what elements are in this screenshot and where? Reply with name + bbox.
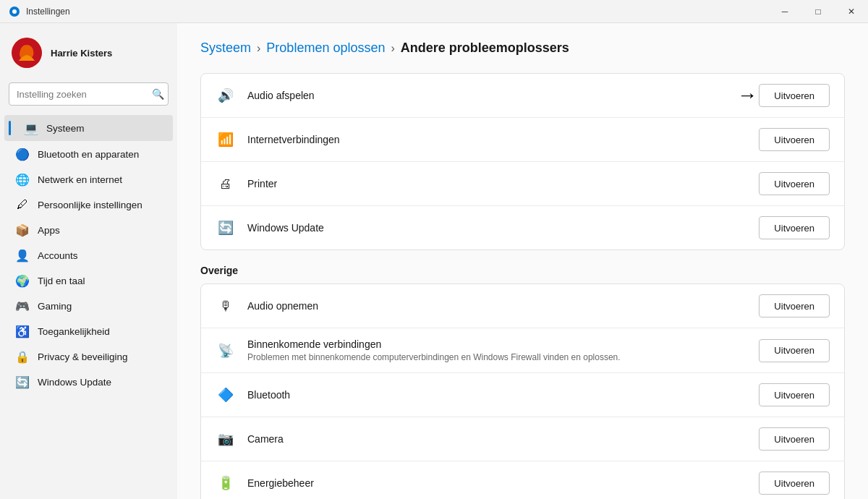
breadcrumb-systeem[interactable]: Systeem xyxy=(200,40,251,56)
audio-opnemen-run-button[interactable]: Uitvoeren xyxy=(759,294,830,317)
windowsupdate-icon: 🔄 xyxy=(16,375,29,388)
title-bar-controls: ─ □ ✕ xyxy=(768,0,868,23)
internetverbindingen-content: Internetverbindingen xyxy=(247,134,759,145)
sidebar-item-label-privacy: Privacy & beveiliging xyxy=(38,351,128,362)
app-icon xyxy=(9,6,20,17)
user-profile: Harrie Kisters xyxy=(0,32,177,80)
camera-icon: 📷 xyxy=(216,429,236,449)
breadcrumb: Systeem › Problemen oplossen › Andere pr… xyxy=(200,40,845,56)
internetverbindingen-run-button[interactable]: Uitvoeren xyxy=(759,128,830,151)
avatar xyxy=(12,38,42,68)
sidebar-item-label-accounts: Accounts xyxy=(38,250,78,261)
windows-update-title: Windows Update xyxy=(247,222,759,234)
sidebar-item-label-systeem: Systeem xyxy=(46,123,85,134)
bluetooth-title: Bluetooth xyxy=(247,389,759,401)
printer-run-button[interactable]: Uitvoeren xyxy=(759,172,830,195)
audio-afspelen-run-button[interactable]: Uitvoeren xyxy=(759,84,830,107)
energiebeheer-icon: 🔋 xyxy=(216,473,236,493)
camera-run-button[interactable]: Uitvoeren xyxy=(759,427,830,451)
sidebar-item-label-bluetooth: Bluetooth en apparaten xyxy=(38,149,139,160)
audio-opnemen-content: Audio opnemen xyxy=(247,300,759,312)
app-container: Harrie Kisters 🔍 💻Systeem🔵Bluetooth en a… xyxy=(0,23,868,499)
breadcrumb-sep-1: › xyxy=(257,42,260,55)
title-bar-left: Instellingen xyxy=(9,6,70,17)
breadcrumb-current: Andere probleemoplossers xyxy=(401,40,569,56)
binnenkomende-verbindingen-subtitle: Problemen met binnenkomende computerverb… xyxy=(247,352,759,362)
netwerk-icon: 🌐 xyxy=(16,173,29,186)
title-bar-title: Instellingen xyxy=(26,7,70,17)
printer-content: Printer xyxy=(247,178,759,189)
binnenkomende-verbindingen-run-button[interactable]: Uitvoeren xyxy=(759,339,830,362)
camera-title: Camera xyxy=(247,433,759,445)
systeem-icon: 💻 xyxy=(25,121,38,135)
printer-icon: 🖨 xyxy=(216,174,236,194)
audio-afspelen-arrow: → xyxy=(737,84,757,107)
card-row-binnenkomende-verbindingen: 📡Binnenkomende verbindingenProblemen met… xyxy=(201,328,844,373)
minimize-button[interactable]: ─ xyxy=(768,0,801,23)
title-bar: Instellingen ─ □ ✕ xyxy=(0,0,868,23)
card-row-internetverbindingen: 📶InternetverbindingenUitvoeren xyxy=(201,118,844,162)
binnenkomende-verbindingen-icon: 📡 xyxy=(216,341,236,361)
search-input[interactable] xyxy=(9,82,169,106)
sidebar-item-label-persoonlijk: Persoonlijke instellingen xyxy=(38,200,142,210)
windows-update-run-button[interactable]: Uitvoeren xyxy=(759,216,830,239)
binnenkomende-verbindingen-title: Binnenkomende verbindingen xyxy=(247,338,759,350)
close-button[interactable]: ✕ xyxy=(835,0,868,23)
sidebar-item-label-windowsupdate: Windows Update xyxy=(38,377,111,388)
sidebar-item-windowsupdate[interactable]: 🔄Windows Update xyxy=(4,370,173,394)
user-name: Harrie Kisters xyxy=(51,48,112,59)
overige-label: Overige xyxy=(200,265,845,276)
printer-title: Printer xyxy=(247,178,759,189)
internetverbindingen-icon: 📶 xyxy=(216,129,236,150)
sidebar-item-label-toegankelijkheid: Toegankelijkheid xyxy=(38,326,110,337)
gaming-icon: 🎮 xyxy=(16,299,29,312)
sidebar-item-gaming[interactable]: 🎮Gaming xyxy=(4,294,173,318)
internetverbindingen-title: Internetverbindingen xyxy=(247,134,759,145)
sidebar-item-label-netwerk: Netwerk en internet xyxy=(38,174,122,185)
energiebeheer-content: Energiebeheer xyxy=(247,477,759,489)
camera-content: Camera xyxy=(247,433,759,445)
windows-update-content: Windows Update xyxy=(247,222,759,234)
main-content: Systeem › Problemen oplossen › Andere pr… xyxy=(177,23,868,499)
accounts-icon: 👤 xyxy=(16,249,29,262)
tijd-icon: 🌍 xyxy=(16,274,29,287)
energiebeheer-run-button[interactable]: Uitvoeren xyxy=(759,472,830,495)
card-row-audio-afspelen: 🔊Audio afspelen→Uitvoeren xyxy=(201,74,844,118)
top-troubleshooters-card: 🔊Audio afspelen→Uitvoeren📶Internetverbin… xyxy=(200,73,845,250)
privacy-icon: 🔒 xyxy=(16,350,29,363)
sidebar-item-toegankelijkheid[interactable]: ♿Toegankelijkheid xyxy=(4,319,173,344)
audio-opnemen-icon: 🎙 xyxy=(216,296,236,316)
binnenkomende-verbindingen-content: Binnenkomende verbindingenProblemen met … xyxy=(247,338,759,362)
breadcrumb-problemen[interactable]: Problemen oplossen xyxy=(266,40,385,56)
sidebar-item-persoonlijk[interactable]: 🖊Persoonlijke instellingen xyxy=(4,192,173,217)
bluetooth-icon: 🔷 xyxy=(216,385,236,405)
sidebar-item-privacy[interactable]: 🔒Privacy & beveiliging xyxy=(4,344,173,369)
sidebar-item-bluetooth[interactable]: 🔵Bluetooth en apparaten xyxy=(4,142,173,166)
card-row-energiebeheer: 🔋EnergiebeheerUitvoeren xyxy=(201,461,844,499)
sidebar-item-tijd[interactable]: 🌍Tijd en taal xyxy=(4,268,173,293)
sidebar-item-accounts[interactable]: 👤Accounts xyxy=(4,243,173,268)
sidebar-item-systeem[interactable]: 💻Systeem xyxy=(4,115,173,141)
energiebeheer-title: Energiebeheer xyxy=(247,477,759,489)
card-row-camera: 📷CameraUitvoeren xyxy=(201,417,844,461)
windows-update-icon: 🔄 xyxy=(216,218,236,238)
search-button[interactable]: 🔍 xyxy=(152,88,164,100)
nav-list: 💻Systeem🔵Bluetooth en apparaten🌐Netwerk … xyxy=(0,114,177,395)
sidebar-item-apps[interactable]: 📦Apps xyxy=(4,218,173,242)
audio-opnemen-title: Audio opnemen xyxy=(247,300,759,312)
bluetooth-icon: 🔵 xyxy=(16,148,29,161)
bluetooth-content: Bluetooth xyxy=(247,389,759,401)
sidebar-item-label-tijd: Tijd en taal xyxy=(38,276,85,286)
audio-afspelen-content: Audio afspelen xyxy=(247,90,759,101)
sidebar-item-netwerk[interactable]: 🌐Netwerk en internet xyxy=(4,167,173,192)
bluetooth-run-button[interactable]: Uitvoeren xyxy=(759,383,830,406)
sidebar: Harrie Kisters 🔍 💻Systeem🔵Bluetooth en a… xyxy=(0,23,177,499)
toegankelijkheid-icon: ♿ xyxy=(16,325,29,338)
card-row-bluetooth: 🔷BluetoothUitvoeren xyxy=(201,373,844,417)
maximize-button[interactable]: □ xyxy=(801,0,835,23)
apps-icon: 📦 xyxy=(16,223,29,236)
persoonlijk-icon: 🖊 xyxy=(16,198,29,211)
card-row-windows-update: 🔄Windows UpdateUitvoeren xyxy=(201,206,844,250)
card-row-printer: 🖨PrinterUitvoeren xyxy=(201,162,844,206)
audio-afspelen-title: Audio afspelen xyxy=(247,90,759,101)
